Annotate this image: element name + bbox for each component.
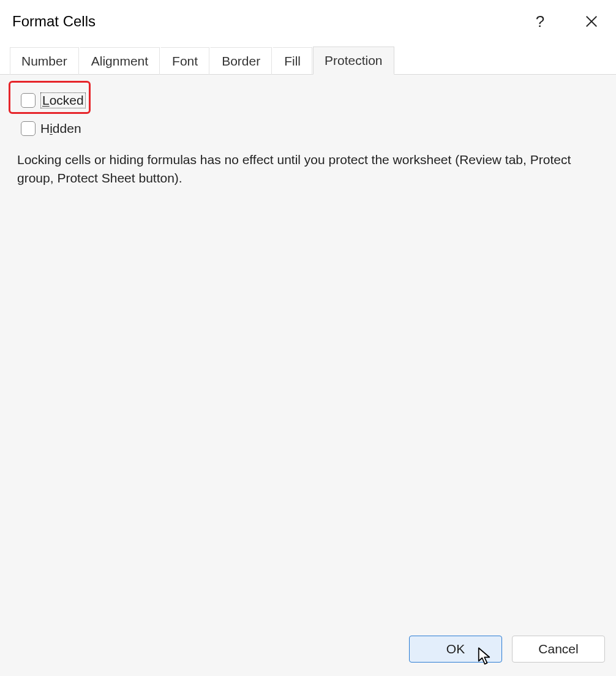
tab-label: Protection bbox=[325, 53, 383, 67]
tab-fill[interactable]: Fill bbox=[272, 47, 312, 75]
dialog-title: Format Cells bbox=[12, 13, 525, 30]
ok-button[interactable]: OK bbox=[409, 636, 502, 663]
panel-spacer bbox=[17, 188, 599, 626]
hidden-checkbox[interactable] bbox=[21, 121, 36, 136]
tab-label: Number bbox=[21, 54, 67, 68]
locked-checkbox[interactable] bbox=[21, 93, 36, 108]
locked-row[interactable]: Locked bbox=[21, 91, 599, 110]
tab-number[interactable]: Number bbox=[10, 47, 79, 75]
tab-label: Font bbox=[172, 54, 198, 68]
help-button[interactable]: ? bbox=[525, 7, 555, 36]
hidden-label: Hidden bbox=[40, 121, 81, 136]
tab-label: Border bbox=[222, 54, 260, 68]
tab-protection[interactable]: Protection bbox=[313, 47, 394, 75]
locked-label: Locked bbox=[40, 92, 86, 108]
help-icon: ? bbox=[536, 12, 544, 31]
close-icon bbox=[585, 15, 598, 28]
hidden-row[interactable]: Hidden bbox=[21, 119, 599, 138]
titlebar: Format Cells ? bbox=[0, 0, 616, 43]
ok-label: OK bbox=[446, 642, 465, 656]
dialog-buttons: OK Cancel bbox=[0, 636, 616, 676]
tab-bar: Number Alignment Font Border Fill Protec… bbox=[0, 43, 616, 75]
cancel-button[interactable]: Cancel bbox=[512, 636, 605, 663]
tab-alignment[interactable]: Alignment bbox=[80, 47, 160, 75]
tab-border[interactable]: Border bbox=[210, 47, 272, 75]
tab-font[interactable]: Font bbox=[160, 47, 209, 75]
cancel-label: Cancel bbox=[538, 642, 578, 656]
tab-label: Alignment bbox=[91, 54, 148, 68]
format-cells-dialog: Format Cells ? Number Alignment Font Bor… bbox=[0, 0, 616, 676]
tab-label: Fill bbox=[284, 54, 301, 68]
close-button[interactable] bbox=[577, 7, 606, 36]
protection-panel: Locked Hidden Locking cells or hiding fo… bbox=[0, 75, 616, 636]
protection-description: Locking cells or hiding formulas has no … bbox=[17, 151, 593, 188]
